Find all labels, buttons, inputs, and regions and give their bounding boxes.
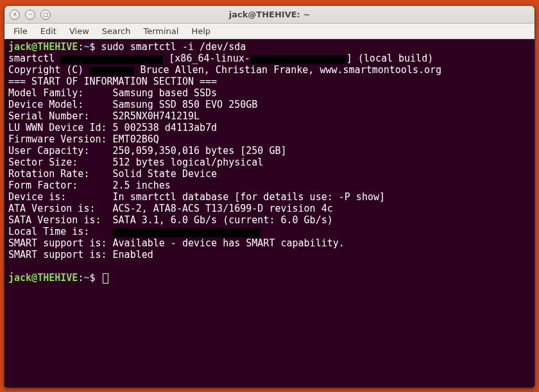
- output-line: SMART support is: Available - device has…: [8, 237, 531, 249]
- menu-view[interactable]: View: [64, 25, 94, 37]
- output-line: Firmware Version: EMT02B6Q: [8, 133, 531, 145]
- cursor: [103, 273, 108, 284]
- minimize-button[interactable]: −: [25, 10, 35, 20]
- menubar: File Edit View Search Terminal Help: [4, 24, 535, 39]
- output-line: Device Model: Samsung SSD 850 EVO 250GB: [8, 99, 531, 110]
- prompt-line-1: jack@THEHIVE:~$ sudo smartctl -i /dev/sd…: [8, 41, 531, 53]
- output-line: Device is: In smartctl database [for det…: [8, 191, 531, 203]
- menu-terminal[interactable]: Terminal: [138, 25, 184, 37]
- redaction: [89, 67, 134, 76]
- redaction: [113, 228, 261, 237]
- prompt-user: jack@THEHIVE: [8, 41, 78, 53]
- output-text: Local Time is:: [8, 226, 113, 237]
- menu-edit[interactable]: Edit: [35, 25, 62, 37]
- titlebar: × − □ jack@THEHIVE: ~: [4, 6, 535, 24]
- output-line: Form Factor: 2.5 inches: [8, 180, 531, 191]
- close-button[interactable]: ×: [10, 10, 20, 20]
- window-controls: × − □: [10, 10, 51, 20]
- prompt-dollar: $: [89, 41, 101, 53]
- prompt-dollar: $: [89, 272, 101, 284]
- maximize-button[interactable]: □: [40, 10, 51, 20]
- output-line: smartctl [x86_64-linux-] (local build): [8, 53, 531, 64]
- prompt-user: jack@THEHIVE: [8, 272, 78, 284]
- output-line: ATA Version is: ACS-2, ATA8-ACS T13/1699…: [8, 203, 531, 214]
- output-line: User Capacity: 250,059,350,016 bytes [25…: [8, 145, 531, 157]
- output-line: Rotation Rate: Solid State Device: [8, 168, 531, 180]
- menu-search[interactable]: Search: [97, 25, 136, 37]
- command-text: sudo smartctl -i /dev/sda: [101, 41, 246, 53]
- output-line: === START OF INFORMATION SECTION ===: [8, 76, 531, 87]
- output-line: Model Family: Samsung based SSDs: [8, 87, 531, 99]
- output-line: SMART support is: Enabled: [8, 249, 531, 260]
- menu-help[interactable]: Help: [186, 25, 216, 37]
- prompt-line-2: jack@THEHIVE:~$: [8, 272, 531, 284]
- output-line: Local Time is:: [8, 226, 531, 237]
- menu-file[interactable]: File: [8, 25, 33, 37]
- redaction: [250, 55, 346, 64]
- output-text: Bruce Allen, Christian Franke, www.smart…: [134, 64, 441, 76]
- output-text: [x86_64-linux-: [163, 53, 250, 64]
- output-line: Sector Size: 512 bytes logical/physical: [8, 157, 531, 168]
- window-title: jack@THEHIVE: ~: [4, 10, 535, 19]
- output-text: smartctl: [8, 53, 60, 64]
- output-line: LU WWN Device Id: 5 002538 d4113ab7d: [8, 122, 531, 133]
- output-text: ] (local build): [346, 53, 433, 64]
- terminal-body[interactable]: jack@THEHIVE:~$ sudo smartctl -i /dev/sd…: [4, 39, 535, 388]
- output-line: SATA Version is: SATA 3.1, 6.0 Gb/s (cur…: [8, 214, 531, 226]
- terminal-window: × − □ jack@THEHIVE: ~ File Edit View Sea…: [4, 5, 535, 388]
- output-blank: [8, 260, 531, 272]
- redaction: [60, 55, 163, 64]
- output-line: Copyright (C) Bruce Allen, Christian Fra…: [8, 64, 531, 76]
- output-line: Serial Number: S2R5NX0H741219L: [8, 110, 531, 122]
- output-text: Copyright (C): [8, 64, 89, 76]
